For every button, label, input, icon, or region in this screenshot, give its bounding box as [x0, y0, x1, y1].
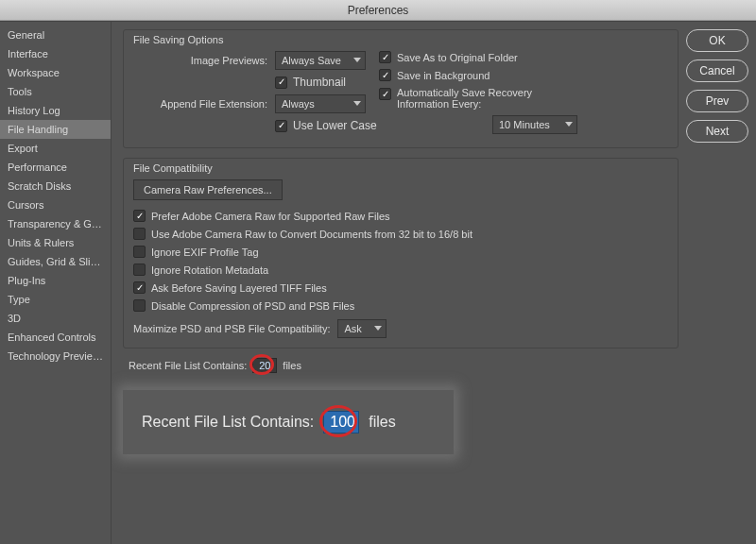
chevron-down-icon	[374, 326, 382, 331]
checkbox-acr-convert[interactable]	[133, 228, 146, 240]
label-append-ext: Append File Extension:	[133, 98, 275, 110]
label-save-background: Save in Background	[397, 70, 490, 81]
label-thumbnail: Thumbnail	[293, 76, 346, 89]
label-ignore-rotation: Ignore Rotation Metadata	[151, 264, 268, 276]
checkbox-save-background[interactable]	[379, 69, 391, 81]
recent-file-row: Recent File List Contains: 20 files	[129, 358, 679, 373]
chevron-down-icon	[565, 122, 573, 127]
fieldset-title: File Saving Options	[133, 34, 223, 45]
sidebar-item-general[interactable]: General	[0, 26, 111, 44]
sidebar-item-interface[interactable]: Interface	[0, 44, 111, 63]
checkbox-thumbnail[interactable]	[275, 76, 287, 89]
chevron-down-icon	[353, 101, 361, 106]
label-image-previews: Image Previews:	[133, 55, 275, 66]
checkbox-lower-case[interactable]	[275, 120, 287, 132]
next-button[interactable]: Next	[686, 120, 748, 143]
label-save-original: Save As to Original Folder	[397, 52, 518, 63]
sidebar-item-performance[interactable]: Performance	[0, 158, 111, 177]
sidebar: GeneralInterfaceWorkspaceToolsHistory Lo…	[0, 22, 112, 544]
sidebar-item-file-handling[interactable]: File Handling	[0, 120, 111, 139]
sidebar-item-technology-previews[interactable]: Technology Previews	[0, 347, 111, 366]
fieldset-title: File Compatibility	[133, 162, 213, 174]
checkbox-disable-compression[interactable]	[133, 299, 146, 312]
sidebar-item-tools[interactable]: Tools	[0, 82, 111, 101]
select-maximize-compat[interactable]: Ask	[337, 319, 387, 338]
zoom-input-recent-count[interactable]: 100	[323, 411, 359, 434]
select-append-ext[interactable]: Always	[275, 94, 366, 113]
sidebar-item-cursors[interactable]: Cursors	[0, 196, 111, 214]
label-files-suffix: files	[283, 360, 301, 371]
zoom-callout: Recent File List Contains: 100 files	[123, 390, 454, 454]
sidebar-item-guides-grid-slices[interactable]: Guides, Grid & Slices	[0, 252, 111, 271]
checkbox-ask-tiff[interactable]	[133, 281, 146, 294]
select-auto-save-interval[interactable]: 10 Minutes	[492, 115, 577, 134]
fieldset-file-compat: File Compatibility Camera Raw Preference…	[123, 158, 679, 348]
sidebar-item-export[interactable]: Export	[0, 139, 111, 158]
checkbox-auto-save[interactable]	[379, 88, 391, 100]
sidebar-item-enhanced-controls[interactable]: Enhanced Controls	[0, 328, 111, 347]
sidebar-item-workspace[interactable]: Workspace	[0, 63, 111, 82]
select-image-previews[interactable]: Always Save	[275, 51, 366, 70]
zoom-suffix: files	[369, 414, 395, 431]
button-column: OK Cancel Prev Next	[686, 22, 756, 544]
checkbox-prefer-acr[interactable]	[133, 210, 146, 222]
label-lower-case: Use Lower Case	[293, 119, 377, 132]
label-acr-convert: Use Adobe Camera Raw to Convert Document…	[151, 229, 472, 240]
label-prefer-acr: Prefer Adobe Camera Raw for Supported Ra…	[151, 211, 390, 222]
sidebar-item-history-log[interactable]: History Log	[0, 101, 111, 120]
sidebar-item-type[interactable]: Type	[0, 290, 111, 309]
prev-button[interactable]: Prev	[686, 90, 748, 112]
sidebar-item-scratch-disks[interactable]: Scratch Disks	[0, 177, 111, 196]
fieldset-file-saving: File Saving Options Image Previews: Alwa…	[123, 29, 679, 148]
sidebar-item-units-rulers[interactable]: Units & Rulers	[0, 233, 111, 252]
sidebar-item-3d[interactable]: 3D	[0, 309, 111, 328]
chevron-down-icon	[353, 58, 361, 62]
label-recent-files: Recent File List Contains:	[129, 360, 247, 371]
sidebar-item-plug-ins[interactable]: Plug-Ins	[0, 271, 111, 290]
main-panel: File Saving Options Image Previews: Alwa…	[112, 22, 686, 544]
input-recent-count[interactable]: 20	[252, 358, 277, 373]
label-maximize-compat: Maximize PSD and PSB File Compatibility:	[133, 323, 330, 334]
zoom-label: Recent File List Contains:	[142, 414, 314, 431]
button-camera-raw-prefs[interactable]: Camera Raw Preferences...	[133, 179, 283, 200]
label-ask-tiff: Ask Before Saving Layered TIFF Files	[151, 282, 327, 294]
checkbox-ignore-exif[interactable]	[133, 246, 146, 258]
cancel-button[interactable]: Cancel	[686, 60, 748, 82]
checkbox-save-original[interactable]	[379, 51, 391, 63]
sidebar-item-transparency-gamut[interactable]: Transparency & Gamut	[0, 214, 111, 233]
ok-button[interactable]: OK	[686, 29, 748, 52]
label-ignore-exif: Ignore EXIF Profile Tag	[151, 246, 259, 258]
checkbox-ignore-rotation[interactable]	[133, 264, 146, 276]
label-disable-compression: Disable Compression of PSD and PSB Files	[151, 300, 354, 312]
window-title: Preferences	[0, 0, 756, 21]
label-auto-save: Automatically Save Recovery Information …	[397, 87, 558, 110]
